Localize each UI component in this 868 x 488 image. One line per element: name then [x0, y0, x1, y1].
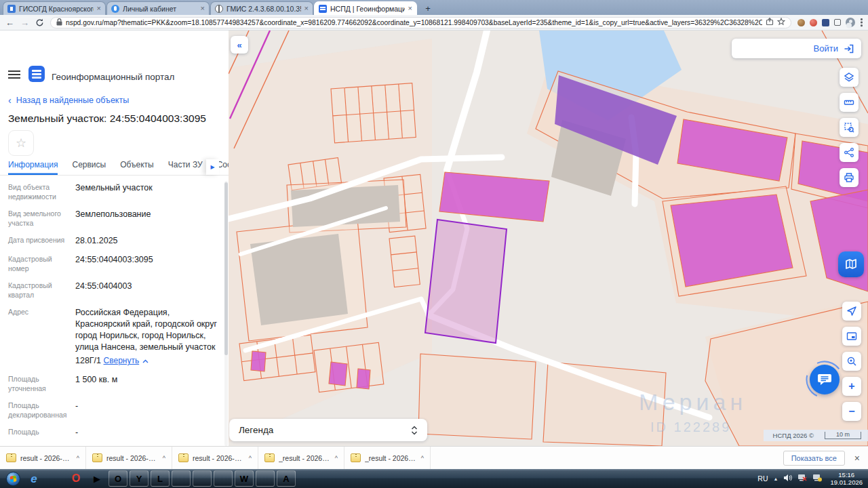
show-all-downloads-button[interactable]: Показать все — [783, 451, 845, 466]
assistant-button[interactable] — [838, 251, 864, 277]
zip-file-icon — [264, 453, 275, 462]
tab-close-icon[interactable]: × — [304, 5, 309, 12]
tab-zu-parts[interactable]: Части ЗУ — [168, 158, 203, 175]
network-icon[interactable] — [812, 472, 822, 485]
tab-gmis[interactable]: ГМИС 2.4.3.68.00.10.35 × — [210, 1, 313, 15]
start-button[interactable] — [3, 470, 22, 487]
menu-icon[interactable] — [8, 70, 20, 79]
field-value-wrap: 1 500 кв. м — [75, 374, 222, 393]
field-row: Дата присвоения 28.01.2025 — [8, 235, 222, 247]
field-value: Землепользование — [75, 209, 151, 219]
download-item[interactable]: _result - 2026-01-1....zip ^ — [258, 447, 344, 469]
language-indicator[interactable]: RU — [757, 474, 768, 483]
app-sphere-icon[interactable] — [45, 470, 64, 487]
ie-icon[interactable]: e — [24, 470, 43, 487]
back-icon[interactable]: ← — [5, 18, 14, 27]
chat-button[interactable] — [810, 365, 840, 394]
legend-bar[interactable]: Легенда — [229, 419, 427, 441]
field-row: Вид земельного участка Землепользование — [8, 209, 222, 228]
libreoffice-icon[interactable]: L — [151, 470, 170, 487]
panel-collapse-button[interactable]: « — [231, 36, 248, 54]
reading-list-icon[interactable] — [834, 19, 841, 26]
word-icon[interactable]: W — [235, 470, 254, 487]
field-row: Вид объекта недвижимости Земельный участ… — [8, 182, 222, 201]
new-tab-button[interactable]: + — [420, 2, 435, 14]
network-error-icon[interactable] — [797, 472, 807, 485]
tab-label: Информация — [8, 160, 58, 169]
download-menu-caret[interactable]: ^ — [335, 455, 338, 462]
consultant-icon[interactable] — [256, 470, 275, 487]
map-canvas[interactable]: Мериан ID 122289 — [229, 30, 868, 446]
tab-close-icon[interactable]: × — [408, 5, 412, 12]
field-value-wrap: 28.01.2025 — [75, 235, 222, 247]
tab-gisogd[interactable]: ГИСОГД Красноярского края × — [3, 1, 106, 15]
yandex-browser-icon[interactable]: Y — [130, 470, 149, 487]
chat-bubble-icon — [817, 373, 832, 386]
back-link-label: Назад в найденные объекты — [16, 96, 129, 105]
print-button[interactable] — [840, 168, 859, 187]
tab-close-icon[interactable]: × — [201, 5, 205, 12]
field-value: 24:55:0404003 — [75, 281, 132, 291]
panel-scrollbar[interactable] — [224, 181, 228, 446]
download-item[interactable]: result - 2026-01-19....zip ^ — [0, 447, 86, 469]
media-player-icon[interactable]: ▶ — [87, 470, 106, 487]
area-search-button[interactable] — [840, 118, 859, 137]
field-label: Вид объекта недвижимости — [8, 182, 75, 201]
bookmark-star-icon[interactable] — [777, 17, 785, 28]
login-button[interactable]: Войти — [732, 39, 861, 58]
tab-services[interactable]: Сервисы — [72, 158, 106, 175]
layers-button[interactable] — [840, 68, 859, 87]
close-downloads-icon[interactable]: × — [854, 453, 860, 464]
clock-date: 19.01.2026 — [830, 479, 863, 487]
tab-information[interactable]: Информация — [8, 158, 58, 175]
share-map-button[interactable] — [840, 143, 859, 162]
collapse-address-link[interactable]: Свернуть — [104, 355, 149, 367]
chevron-up-icon — [142, 359, 149, 363]
field-value: Земельный участок — [75, 183, 153, 192]
address-bar[interactable]: nspd.gov.ru/map?thematic=PKK&zoom=18.108… — [50, 17, 791, 28]
zoom-in-button[interactable]: + — [842, 377, 861, 396]
panel-tabs: Информация Сервисы Объекты Части ЗУ — [0, 158, 229, 176]
overview-map-button[interactable] — [842, 327, 861, 346]
opera-icon[interactable]: O — [66, 470, 85, 487]
profile-avatar[interactable] — [846, 18, 855, 27]
extension-icon[interactable] — [797, 19, 805, 26]
download-item[interactable]: _result - 2026-01-1....zip ^ — [344, 447, 431, 469]
tab-close-icon[interactable]: × — [97, 5, 101, 12]
locate-button[interactable] — [842, 302, 861, 321]
selected-parcel[interactable] — [425, 220, 507, 343]
download-item[interactable]: result - 2026-01-19....zip ^ — [86, 447, 172, 469]
chevron-left-icon: ‹ — [8, 96, 12, 105]
favorite-button[interactable]: ☆ — [8, 130, 34, 156]
browser-menu-icon[interactable] — [860, 18, 863, 27]
volume-icon[interactable] — [783, 472, 792, 485]
explorer-icon[interactable] — [214, 470, 233, 487]
chrome-icon[interactable] — [172, 470, 191, 487]
paint-icon[interactable] — [193, 470, 212, 487]
acrobat-icon[interactable]: A — [277, 470, 296, 487]
object-search-button[interactable] — [842, 352, 861, 371]
system-tray: RU ▲ 15:16 19.01.2026 — [757, 469, 868, 488]
tabs-scroll-button[interactable]: ▶ — [206, 159, 219, 175]
download-menu-caret[interactable]: ^ — [249, 455, 252, 462]
download-menu-caret[interactable]: ^ — [77, 455, 79, 462]
extensions-pin-icon[interactable] — [822, 19, 829, 26]
tab-nspd[interactable]: НСПД | Геоинформационный п × — [314, 1, 417, 15]
download-menu-caret[interactable]: ^ — [421, 455, 424, 462]
ruler-button[interactable] — [840, 93, 859, 112]
share-icon[interactable] — [766, 17, 774, 28]
field-value: - — [75, 428, 78, 437]
back-link[interactable]: ‹ Назад в найденные объекты — [8, 96, 129, 105]
field-row: Площадь - — [8, 427, 222, 439]
tab-objects[interactable]: Объекты — [120, 158, 154, 175]
reload-icon[interactable] — [35, 18, 44, 27]
forward-icon[interactable]: → — [20, 18, 29, 27]
tray-expand-icon[interactable]: ▲ — [774, 476, 778, 481]
outlook-icon[interactable]: O — [108, 470, 127, 487]
download-item[interactable]: result - 2026-01-19....zip ^ — [172, 447, 258, 469]
taskbar-clock[interactable]: 15:16 19.01.2026 — [827, 471, 863, 487]
tab-lichny-kabinet[interactable]: Личный кабинет × — [106, 1, 210, 15]
zoom-out-button[interactable]: − — [842, 402, 861, 421]
extension-icon[interactable] — [810, 19, 817, 26]
download-menu-caret[interactable]: ^ — [163, 455, 165, 462]
